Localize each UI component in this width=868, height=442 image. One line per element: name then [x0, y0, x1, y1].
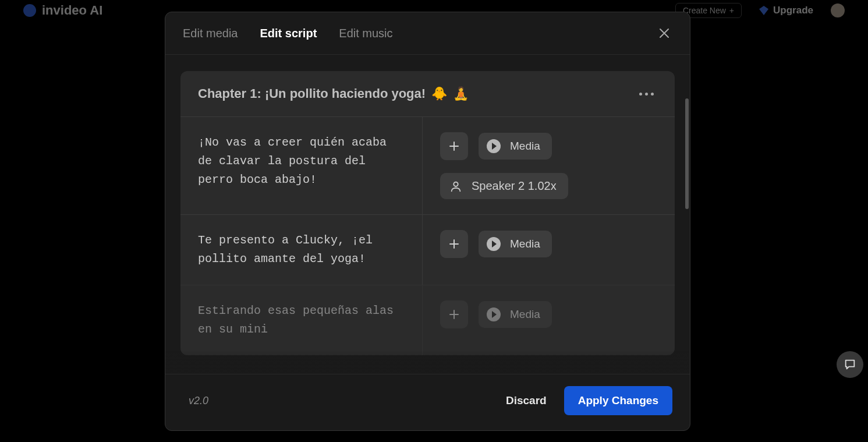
add-media-button[interactable] [440, 230, 468, 258]
modal-header: Edit media Edit script Edit music [165, 12, 690, 55]
modal-body: Chapter 1: ¡Un pollito haciendo yoga! 🐥 … [165, 55, 690, 374]
script-text[interactable]: ¡No vas a creer quién acaba de clavar la… [180, 117, 423, 214]
add-media-button[interactable] [440, 132, 468, 160]
emoji-yoga-icon: 🧘 [453, 86, 469, 101]
chapter-title-text: Chapter 1: ¡Un pollito haciendo yoga! [198, 86, 426, 101]
speaker-label: Speaker 2 1.02x [472, 179, 557, 193]
media-label: Media [510, 238, 540, 250]
plus-icon [448, 309, 460, 320]
script-text[interactable]: Estirando esas pequeñas alas en su mini [180, 285, 423, 355]
tab-edit-script[interactable]: Edit script [260, 27, 317, 40]
close-icon [659, 28, 669, 38]
more-icon [639, 93, 642, 96]
scrollbar-thumb[interactable] [685, 98, 689, 209]
chat-icon [844, 358, 856, 371]
person-icon [449, 180, 462, 193]
topbar-right: Create New + Upgrade [675, 3, 845, 18]
plus-icon [448, 238, 460, 250]
script-row: Estirando esas pequeñas alas en su mini … [180, 285, 675, 355]
brand-logo-icon [23, 4, 36, 17]
modal-tabs: Edit media Edit script Edit music [183, 27, 393, 40]
create-new-label: Create New [683, 6, 726, 15]
script-text[interactable]: Te presento a Clucky, ¡el pollito amante… [180, 215, 423, 285]
add-media-button[interactable] [440, 300, 468, 328]
emoji-chick-icon: 🐥 [431, 86, 447, 101]
chapter-card: Chapter 1: ¡Un pollito haciendo yoga! 🐥 … [180, 71, 675, 355]
media-label: Media [510, 308, 540, 321]
script-controls: Media [423, 215, 675, 285]
chapter-more-button[interactable] [636, 89, 657, 99]
discard-button[interactable]: Discard [506, 394, 547, 407]
brand-name: invideo AI [42, 3, 102, 18]
media-button[interactable]: Media [479, 301, 552, 328]
chat-fab[interactable] [837, 351, 863, 378]
svg-point-0 [454, 182, 458, 186]
tab-edit-music[interactable]: Edit music [339, 27, 392, 40]
diamond-icon [759, 6, 768, 15]
tab-edit-media[interactable]: Edit media [183, 27, 238, 40]
script-row: ¡No vas a creer quién acaba de clavar la… [180, 116, 675, 214]
brand: invideo AI [23, 3, 102, 18]
version-label: v2.0 [189, 395, 208, 407]
chapter-title: Chapter 1: ¡Un pollito haciendo yoga! 🐥 … [198, 86, 469, 101]
upgrade-label: Upgrade [773, 5, 813, 16]
play-icon [487, 237, 501, 251]
script-row: Te presento a Clucky, ¡el pollito amante… [180, 214, 675, 285]
edit-modal: Edit media Edit script Edit music Chapte… [165, 12, 690, 431]
play-icon [487, 139, 501, 153]
avatar[interactable] [831, 3, 845, 17]
plus-icon [448, 140, 460, 152]
script-controls: Media Speaker 2 1.02x [423, 117, 675, 214]
script-controls: Media [423, 285, 675, 355]
modal-footer: v2.0 Discard Apply Changes [165, 374, 690, 430]
close-button[interactable] [656, 25, 672, 41]
media-button[interactable]: Media [479, 231, 552, 257]
play-icon [487, 307, 501, 321]
chapter-header: Chapter 1: ¡Un pollito haciendo yoga! 🐥 … [180, 71, 675, 116]
speaker-button[interactable]: Speaker 2 1.02x [440, 173, 568, 199]
media-label: Media [510, 140, 540, 153]
apply-changes-button[interactable]: Apply Changes [564, 386, 672, 415]
plus-icon: + [729, 6, 734, 15]
footer-actions: Discard Apply Changes [506, 386, 672, 415]
upgrade-button[interactable]: Upgrade [759, 5, 813, 16]
media-button[interactable]: Media [479, 133, 552, 160]
